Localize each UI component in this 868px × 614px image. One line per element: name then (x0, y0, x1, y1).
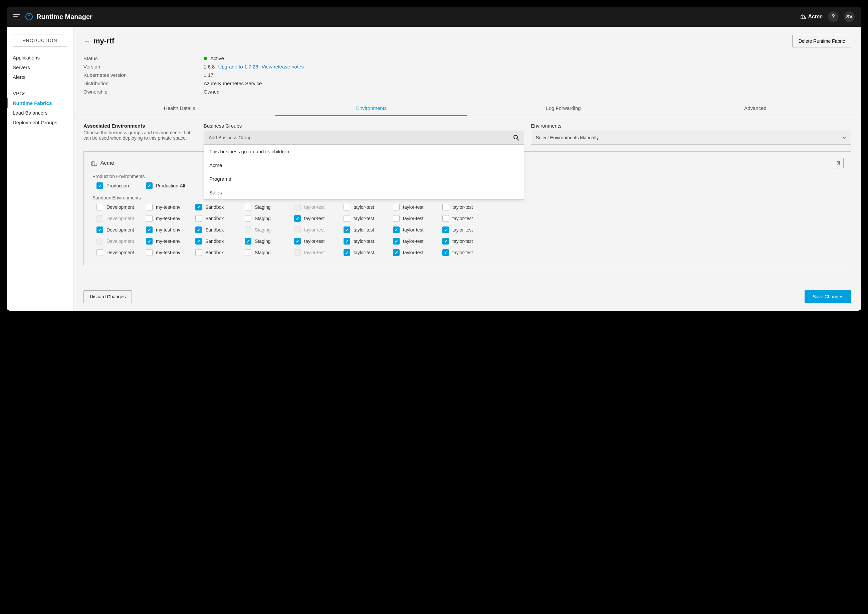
checkbox[interactable] (146, 204, 153, 210)
env-checkbox-item[interactable]: Sandbox (195, 249, 239, 256)
checkbox[interactable] (294, 215, 301, 222)
checkbox[interactable] (146, 227, 153, 233)
help-button[interactable]: ? (828, 11, 839, 22)
env-checkbox-item[interactable]: taylor-test (393, 227, 436, 233)
env-checkbox-item[interactable]: Staging (245, 249, 288, 256)
env-checkbox-item[interactable]: taylor-test (393, 204, 436, 210)
checkbox[interactable] (195, 249, 202, 256)
checkbox[interactable] (245, 204, 251, 210)
env-checkbox-item[interactable]: taylor-test (344, 204, 387, 210)
env-checkbox-item[interactable]: taylor-test (442, 215, 486, 222)
env-checkbox-item[interactable]: Sandbox (195, 204, 239, 210)
env-checkbox-item[interactable]: Sandbox (195, 238, 239, 244)
checkbox[interactable] (344, 249, 350, 256)
env-checkbox-item[interactable]: taylor-test (344, 227, 387, 233)
env-checkbox-item[interactable]: my-test-env (146, 204, 189, 210)
checkbox[interactable] (146, 238, 153, 244)
env-checkbox-item[interactable]: Production (96, 182, 140, 189)
env-checkbox-item[interactable]: Development (96, 227, 140, 233)
tab-environments[interactable]: Environments (276, 101, 467, 116)
delete-fabric-button[interactable]: Delete Runtime Fabric (792, 35, 851, 47)
checkbox[interactable] (245, 215, 251, 222)
checkbox[interactable] (442, 204, 449, 210)
checkbox[interactable] (96, 182, 103, 189)
env-checkbox-item[interactable]: Sandbox (195, 215, 239, 222)
tab-health-details[interactable]: Health Details (84, 101, 276, 116)
env-checkbox-item[interactable]: my-test-env (146, 227, 189, 233)
delete-group-button[interactable] (833, 158, 844, 168)
business-group-combobox[interactable]: Add Business Group... (204, 131, 524, 145)
checkbox[interactable] (442, 215, 449, 222)
checkbox[interactable] (146, 182, 153, 189)
save-button[interactable]: Save Changes (804, 290, 851, 303)
dropdown-item[interactable]: Programs (204, 172, 524, 186)
env-checkbox-item[interactable]: taylor-test (294, 215, 338, 222)
env-checkbox-item[interactable]: taylor-test (442, 227, 486, 233)
checkbox[interactable] (442, 249, 449, 256)
org-switcher[interactable]: Acme (801, 14, 823, 20)
checkbox[interactable] (294, 238, 301, 244)
sidebar-item-deployment-groups[interactable]: Deployment Groups (7, 118, 73, 127)
upgrade-link[interactable]: Upgrade to 1.7.26 (218, 64, 258, 70)
checkbox[interactable] (344, 227, 350, 233)
checkbox[interactable] (96, 227, 103, 233)
checkbox[interactable] (393, 204, 400, 210)
env-checkbox-item[interactable]: Development (96, 204, 140, 210)
checkbox[interactable] (393, 249, 400, 256)
env-checkbox-item[interactable]: Sandbox (195, 227, 239, 233)
sidebar-item-applications[interactable]: Applications (7, 53, 73, 62)
checkbox[interactable] (442, 238, 449, 244)
checkbox[interactable] (96, 249, 103, 256)
env-checkbox-item[interactable]: Staging (245, 238, 288, 244)
env-checkbox-item[interactable]: taylor-test (393, 215, 436, 222)
env-checkbox-item[interactable]: Production-Alt (146, 182, 189, 189)
checkbox[interactable] (344, 204, 350, 210)
env-checkbox-item[interactable]: taylor-test (393, 238, 436, 244)
checkbox[interactable] (195, 204, 202, 210)
sidebar-item-vpcs[interactable]: VPCs (7, 89, 73, 98)
tab-log-forwarding[interactable]: Log Forwarding (467, 101, 659, 116)
env-checkbox-item[interactable]: taylor-test (344, 238, 387, 244)
env-checkbox-item[interactable]: taylor-test (442, 249, 486, 256)
checkbox[interactable] (442, 227, 449, 233)
tab-advanced[interactable]: Advanced (659, 101, 851, 116)
dropdown-item[interactable]: Acme (204, 159, 524, 172)
user-avatar[interactable]: SV (844, 11, 855, 22)
env-checkbox-item[interactable]: taylor-test (344, 215, 387, 222)
checkbox[interactable] (344, 215, 350, 222)
sidebar-item-runtime-fabrics[interactable]: Runtime Fabrics (7, 98, 73, 108)
back-arrow-icon[interactable]: ← (84, 37, 90, 45)
checkbox[interactable] (96, 204, 103, 210)
checkbox[interactable] (393, 238, 400, 244)
release-notes-link[interactable]: View release notes (261, 64, 304, 70)
discard-button[interactable]: Discard Changes (84, 290, 132, 303)
env-checkbox-item[interactable]: taylor-test (294, 238, 338, 244)
checkbox[interactable] (195, 227, 202, 233)
sidebar-item-load-balancers[interactable]: Load Balancers (7, 108, 73, 118)
checkbox[interactable] (195, 215, 202, 222)
dropdown-item[interactable]: This business group and its children (204, 145, 524, 159)
checkbox[interactable] (146, 249, 153, 256)
checkbox[interactable] (245, 238, 251, 244)
environments-select[interactable]: Select Environments Manually (531, 131, 851, 145)
sidebar-item-servers[interactable]: Servers (7, 62, 73, 72)
dropdown-item[interactable]: Sales (204, 186, 524, 199)
env-checkbox-item[interactable]: taylor-test (344, 249, 387, 256)
env-checkbox-item[interactable]: Staging (245, 215, 288, 222)
env-checkbox-item[interactable]: my-test-env (146, 238, 189, 244)
env-checkbox-item[interactable]: my-test-env (146, 249, 189, 256)
env-checkbox-item[interactable]: Development (96, 249, 140, 256)
env-checkbox-item[interactable]: taylor-test (442, 238, 486, 244)
menu-icon[interactable] (13, 14, 20, 19)
checkbox[interactable] (393, 227, 400, 233)
env-checkbox-item[interactable]: my-test-env (146, 215, 189, 222)
checkbox[interactable] (393, 215, 400, 222)
checkbox[interactable] (146, 215, 153, 222)
env-checkbox-item[interactable]: Staging (245, 204, 288, 210)
sidebar-item-alerts[interactable]: Alerts (7, 72, 73, 82)
env-checkbox-item[interactable]: taylor-test (442, 204, 486, 210)
environment-selector[interactable]: PRODUCTION (13, 34, 67, 47)
checkbox[interactable] (195, 238, 202, 244)
env-checkbox-item[interactable]: taylor-test (393, 249, 436, 256)
checkbox[interactable] (245, 249, 251, 256)
